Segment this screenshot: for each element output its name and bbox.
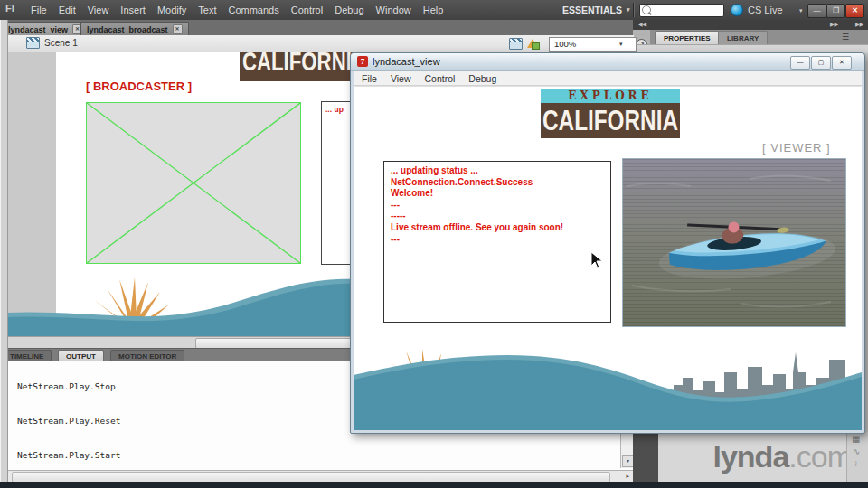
menu-window[interactable]: Window (376, 5, 411, 15)
workspace-switcher[interactable]: ESSENTIALS ▾ (562, 0, 629, 20)
tool-icons-strip: ▦ ∿ ≀ (846, 432, 868, 482)
player-minimize-button[interactable]: — (790, 56, 810, 70)
menu-file[interactable]: File (31, 5, 47, 15)
status-lines: ... updating status ... NetConnection.Co… (391, 165, 563, 245)
player-window-title: lyndacast_view (373, 56, 440, 67)
symbol-square-icon (532, 42, 540, 50)
status-line: Welcome! (391, 188, 563, 200)
menu-insert[interactable]: Insert (120, 5, 146, 15)
scroll-right-icon[interactable]: ▸ (626, 471, 629, 482)
output-horizontal-scrollbar[interactable]: ◂ ▸ (0, 470, 633, 483)
window-minimize-button[interactable]: — (807, 4, 826, 18)
breadcrumb[interactable]: Scene 1 (26, 37, 78, 49)
menu-debug[interactable]: Debug (335, 5, 363, 15)
status-textbox[interactable]: ... updating status ... NetConnection.Co… (383, 161, 611, 323)
doc-tab-lyndacast-broadcast[interactable]: lyndacast_broadcast ✕ (80, 22, 189, 36)
cs-live-button[interactable]: CS Live (731, 0, 783, 20)
placeholder-cross-icon (87, 103, 300, 263)
doc-tab-label: lyndacast_broadcast (87, 25, 168, 34)
lynda-bold: lynda (713, 439, 789, 474)
expand-panels-icon[interactable]: ▶▶ (855, 20, 863, 30)
menu-control[interactable]: Control (291, 5, 323, 15)
window-restore-button[interactable]: ❐ (826, 4, 845, 18)
flash-app-window: Fl File Edit View Insert Modify Text Com… (0, 0, 868, 488)
player-stage: EXPLORE CALIFORNIA [ VIEWER ] ... updati… (354, 86, 862, 430)
menu-commands[interactable]: Commands (228, 5, 278, 15)
window-close-button[interactable]: ✕ (845, 4, 864, 18)
expand-panels-icon[interactable]: ▶▶ (830, 20, 838, 30)
squiggle-tool-icon[interactable]: ∿ (853, 446, 860, 456)
stage-status-text: ... up (326, 105, 344, 114)
log-line: NetStream.Play.Reset (17, 416, 131, 427)
menu-help[interactable]: Help (423, 5, 444, 15)
collapse-panels-icon[interactable]: ◀◀ (638, 20, 646, 30)
menu-view[interactable]: View (88, 5, 109, 15)
search-box[interactable] (639, 4, 724, 17)
edit-bar: Scene 1 100% ▾ (7, 35, 634, 53)
status-line: ... updating status ... (391, 165, 563, 177)
california-banner: CALIFORNIA (541, 103, 680, 138)
flash-player-icon: 7 (357, 56, 368, 67)
window-left-edge (0, 20, 8, 482)
log-line: NetStream.Play.Stop (17, 381, 131, 393)
player-titlebar[interactable]: 7 lyndacast_view — ▢ ✕ (351, 53, 864, 71)
doc-tab-label: lyndacast_view (8, 25, 68, 34)
scene-clapperboard-icon (26, 37, 40, 49)
dock-header: ◀◀ ▶▶ ▶▶ (633, 20, 868, 30)
player-menu-debug[interactable]: Debug (468, 73, 496, 84)
status-line: ----- (391, 211, 563, 222)
menu-text[interactable]: Text (198, 5, 216, 15)
california-logo-text: CALIFORNIA (242, 52, 358, 77)
california-banner-text: CALIFORNIA (542, 104, 678, 137)
log-line: NetStream.Play.Start (17, 450, 131, 462)
bottom-right-area: lynda.com ▦ ∿ ≀ (633, 432, 868, 482)
tab-close-icon[interactable]: ✕ (173, 24, 183, 34)
viewer-label: [ VIEWER ] (762, 141, 831, 155)
chevron-down-icon: ▾ (627, 6, 630, 14)
wave-skyline-graphic (354, 345, 862, 430)
live-video-frame (622, 158, 846, 327)
lynda-watermark: lynda.com (660, 439, 852, 474)
menu-modify[interactable]: Modify (157, 5, 186, 15)
app-menubar: Fl File Edit View Insert Modify Text Com… (0, 0, 868, 21)
output-log-lines: NetStream.Play.Stop NetStream.Play.Reset… (17, 361, 131, 470)
cs-live-icon (731, 4, 743, 16)
panel-menu-icon[interactable]: ☰ (842, 33, 849, 42)
kayak-video-image (623, 159, 845, 326)
player-menu-file[interactable]: File (362, 73, 377, 84)
right-panel-tabbar: PROPERTIES LIBRARY ☰ (650, 30, 868, 44)
stage-zoom-select[interactable]: 100% (549, 37, 637, 52)
broadcaster-label: [ BROADCASTER ] (86, 80, 192, 93)
status-line: Live stream offline. See you again soon! (391, 222, 563, 234)
search-icon (642, 5, 651, 14)
grip-dots-icon: ····· (636, 32, 647, 37)
edit-scene-button[interactable] (509, 38, 523, 50)
tab-library[interactable]: LIBRARY (718, 31, 768, 45)
dark-spacer (633, 432, 658, 482)
curve-tool-icon[interactable]: ≀ (854, 459, 857, 468)
edit-symbols-button[interactable] (527, 37, 539, 49)
grid-icon[interactable]: ▦ (852, 434, 860, 444)
menu-edit[interactable]: Edit (59, 5, 76, 15)
window-bottom-edge (0, 482, 868, 488)
status-line: --- (391, 200, 563, 211)
divider (633, 3, 635, 17)
cs-live-label: CS Live (748, 5, 783, 15)
video-placeholder-box[interactable] (86, 102, 301, 264)
mouse-cursor-icon (590, 251, 603, 269)
player-menubar: File View Control Debug (354, 71, 862, 86)
tab-properties[interactable]: PROPERTIES (655, 31, 720, 45)
main-menu: File Edit View Insert Modify Text Comman… (31, 0, 443, 20)
player-menu-control[interactable]: Control (425, 73, 456, 84)
status-line: NetConnection.Connect.Success (391, 177, 563, 189)
status-line: --- (391, 234, 563, 246)
scene-label: Scene 1 (44, 38, 78, 48)
player-restore-button[interactable]: ▢ (811, 56, 831, 70)
search-input[interactable] (652, 5, 723, 16)
workspace-label: ESSENTIALS (562, 5, 622, 15)
california-logo-stage: CALIFORNIA (240, 52, 358, 81)
player-close-button[interactable]: ✕ (832, 56, 852, 70)
explore-banner: EXPLORE (541, 89, 680, 103)
doc-tab-lyndacast-view[interactable]: lyndacast_view ✕ (2, 22, 89, 36)
player-menu-view[interactable]: View (391, 73, 411, 84)
